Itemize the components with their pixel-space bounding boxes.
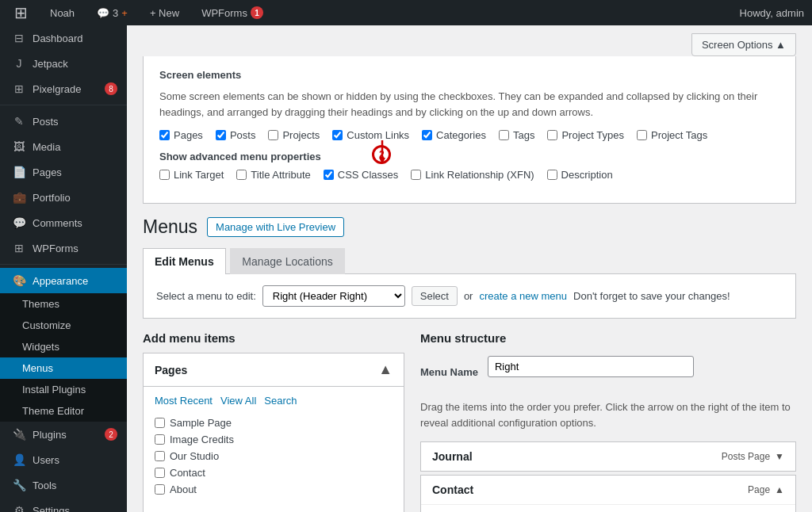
- checkbox-link-target-input[interactable]: [159, 170, 170, 180]
- main-content: Screen Options ▲ Screen elements Some sc…: [127, 25, 812, 512]
- dashboard-icon: ⊟: [12, 32, 26, 44]
- checkbox-custom-links-input[interactable]: [332, 130, 343, 140]
- sidebar-item-install-plugins[interactable]: Install Plugins: [0, 379, 127, 400]
- wp-logo-icon[interactable]: ⊞: [8, 0, 34, 25]
- checkbox-project-types[interactable]: Project Types: [547, 129, 624, 141]
- sidebar-item-themes[interactable]: Themes: [0, 293, 127, 315]
- menu-select-dropdown[interactable]: Right (Header Right) Main Menu Footer Me…: [262, 285, 405, 307]
- sidebar-item-media[interactable]: 🖼 Media: [0, 134, 127, 159]
- create-new-menu-link[interactable]: create a new menu: [479, 290, 567, 302]
- checkbox-link-target[interactable]: Link Target: [159, 169, 224, 181]
- sidebar-item-posts[interactable]: ✎ Posts: [0, 109, 127, 134]
- sidebar-item-tools[interactable]: 🔧 Tools: [0, 472, 127, 498]
- menu-select-button[interactable]: Select: [412, 286, 458, 306]
- screen-elements-desc: Some screen elements can be shown or hid…: [159, 89, 779, 120]
- menu-item-contact-header[interactable]: Contact Page ▲: [421, 476, 795, 504]
- checkbox-custom-links[interactable]: Custom Links 2: [332, 129, 409, 141]
- checkbox-title-attr-input[interactable]: [236, 170, 247, 180]
- page-item-sample-checkbox[interactable]: [155, 418, 165, 428]
- checkbox-project-types-input[interactable]: [547, 130, 557, 140]
- comments-icon: 💬: [12, 216, 26, 229]
- comment-badge-dot: +: [121, 7, 128, 19]
- checkbox-css-classes-input[interactable]: [324, 170, 334, 180]
- checkbox-categories[interactable]: Categories: [422, 129, 486, 141]
- menu-item-contact: Contact Page ▲ Navigation Label: [420, 475, 796, 512]
- add-menu-items-title: Add menu items: [143, 331, 404, 345]
- screen-options-button[interactable]: Screen Options ▲: [691, 33, 796, 56]
- journal-item-title: Journal: [432, 450, 473, 463]
- menu-columns: Add menu items Pages ▲ Most Recent View …: [143, 331, 796, 512]
- checkbox-posts-input[interactable]: [216, 130, 226, 140]
- page-header: Menus Manage with Live Preview: [143, 216, 796, 238]
- checkbox-pages-input[interactable]: [159, 130, 170, 140]
- pages-tabs-row: Most Recent View All Search: [155, 395, 393, 407]
- page-item-about-checkbox[interactable]: [155, 484, 165, 495]
- page-item-our-studio-checkbox[interactable]: [155, 451, 165, 461]
- pages-tab-most-recent[interactable]: Most Recent: [155, 395, 213, 407]
- sidebar-item-widgets[interactable]: Widgets: [0, 336, 127, 357]
- sidebar-item-pages[interactable]: 📄 Pages: [0, 159, 127, 185]
- page-item-contact-checkbox[interactable]: [155, 468, 165, 478]
- page-item-contact[interactable]: Contact: [155, 464, 393, 481]
- admin-sidebar: ⊟ Dashboard J Jetpack ⊞ Pixelgrade 8 ✎ P…: [0, 25, 127, 512]
- pages-panel-toggle-icon: ▲: [378, 361, 393, 378]
- page-item-sample[interactable]: Sample Page: [155, 415, 393, 431]
- comment-count: 3: [113, 7, 118, 19]
- appearance-icon: 🎨: [12, 274, 26, 287]
- tab-edit-menus[interactable]: Edit Menus: [143, 248, 226, 274]
- menu-item-journal-header[interactable]: Journal Posts Page ▼: [421, 442, 795, 471]
- pages-tab-search[interactable]: Search: [264, 395, 297, 407]
- new-content-btn[interactable]: + New: [144, 0, 186, 25]
- page-item-our-studio[interactable]: Our Studio: [155, 448, 393, 464]
- checkbox-tags-input[interactable]: [499, 130, 509, 140]
- sidebar-item-appearance[interactable]: 🎨 Appearance: [0, 268, 127, 293]
- sidebar-item-users[interactable]: 👤 Users: [0, 447, 127, 472]
- advanced-title: Show advanced menu properties: [159, 151, 779, 162]
- sidebar-item-settings[interactable]: ⚙ Settings: [0, 498, 127, 512]
- sidebar-item-jetpack[interactable]: J Jetpack: [0, 51, 127, 76]
- sidebar-item-wpforms[interactable]: ⊞ WPForms: [0, 235, 127, 261]
- pages-list: Sample Page Image Credits Our Studio: [155, 415, 393, 498]
- pages-panel: Pages ▲ Most Recent View All Search: [143, 353, 404, 512]
- sidebar-item-pixelgrade[interactable]: ⊞ Pixelgrade 8: [0, 76, 127, 101]
- advanced-properties-section: Show advanced menu properties Link Targe…: [159, 151, 779, 181]
- pages-tab-view-all[interactable]: View All: [220, 395, 256, 407]
- site-name[interactable]: Noah: [44, 0, 81, 25]
- comments-link[interactable]: 💬 3 +: [90, 0, 134, 25]
- menu-structure-title: Menu structure: [420, 331, 796, 345]
- sidebar-item-portfolio[interactable]: 💼 Portfolio: [0, 185, 127, 210]
- checkbox-projects[interactable]: Projects: [268, 129, 320, 141]
- menu-name-input[interactable]: [488, 356, 694, 377]
- plugins-icon: 🔌: [12, 428, 26, 441]
- page-item-about[interactable]: About: [155, 481, 393, 498]
- checkbox-pages[interactable]: Pages: [159, 129, 203, 141]
- checkbox-tags[interactable]: Tags: [499, 129, 534, 141]
- pages-panel-body: Most Recent View All Search Sample Page: [144, 387, 404, 512]
- checkbox-project-tags-input[interactable]: [637, 130, 647, 140]
- pages-panel-header[interactable]: Pages ▲: [144, 353, 404, 387]
- checkbox-projects-input[interactable]: [268, 130, 278, 140]
- wpforms-menu[interactable]: WPForms 1: [195, 0, 270, 25]
- manage-live-preview-button[interactable]: Manage with Live Preview: [207, 217, 344, 237]
- checkbox-categories-input[interactable]: [422, 130, 432, 140]
- checkbox-title-attr[interactable]: Title Attribute: [236, 169, 310, 181]
- sidebar-item-theme-editor[interactable]: Theme Editor: [0, 400, 127, 422]
- sidebar-item-menus[interactable]: Menus: [0, 357, 127, 379]
- checkbox-description-input[interactable]: [547, 170, 557, 180]
- checkbox-xfn[interactable]: Link Relationship (XFN): [411, 169, 534, 181]
- checkbox-project-tags[interactable]: Project Tags: [637, 129, 707, 141]
- sidebar-item-customize[interactable]: Customize: [0, 315, 127, 336]
- or-text: or: [464, 290, 473, 302]
- sidebar-item-comments[interactable]: 💬 Comments: [0, 210, 127, 235]
- checkbox-posts[interactable]: Posts: [216, 129, 256, 141]
- wpforms-icon: ⊞: [12, 242, 26, 254]
- page-item-image-credits-checkbox[interactable]: [155, 434, 165, 445]
- checkbox-css-classes[interactable]: CSS Classes: [324, 169, 399, 181]
- portfolio-icon: 💼: [12, 191, 26, 204]
- sidebar-item-plugins[interactable]: 🔌 Plugins 2: [0, 422, 127, 447]
- page-item-image-credits[interactable]: Image Credits: [155, 431, 393, 448]
- sidebar-item-dashboard[interactable]: ⊟ Dashboard: [0, 25, 127, 51]
- checkbox-xfn-input[interactable]: [411, 170, 421, 180]
- checkbox-description[interactable]: Description: [547, 169, 613, 181]
- tab-manage-locations[interactable]: Manage Locations: [230, 248, 344, 274]
